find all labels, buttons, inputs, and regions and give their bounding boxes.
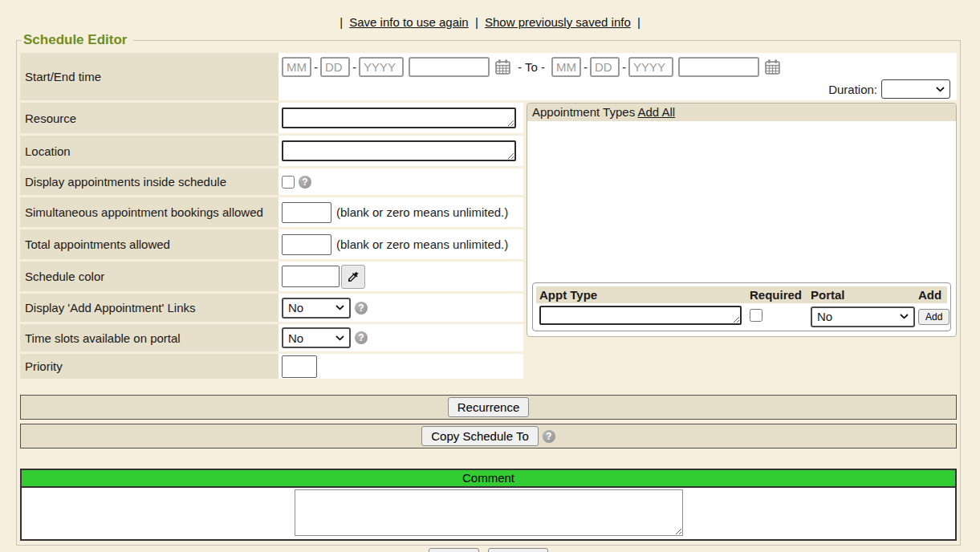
page-title: Schedule Editor: [22, 32, 133, 48]
pipe-separator: |: [475, 15, 478, 29]
location-input[interactable]: [282, 140, 516, 161]
chevron-down-icon: [936, 87, 945, 92]
appointment-types-panel: Appointment Types Add All Appt Type Requ…: [527, 103, 957, 337]
time-slots-portal-label: Time slots available on portal: [20, 324, 279, 351]
copy-schedule-bar: Copy Schedule To ?: [20, 424, 957, 448]
appointment-type-table-header: Appt Type Required Portal Add: [536, 286, 947, 303]
row-priority: Priority: [20, 354, 523, 379]
appointment-type-input-row: No Add: [536, 306, 947, 327]
end-time-input[interactable]: [678, 57, 759, 77]
comment-section: Comment: [20, 469, 957, 541]
start-year-input[interactable]: [359, 57, 404, 77]
comment-textarea[interactable]: [295, 489, 683, 536]
color-picker-button[interactable]: [341, 265, 365, 289]
chevron-down-icon: [900, 314, 909, 319]
help-icon[interactable]: ?: [299, 176, 311, 189]
start-day-input[interactable]: [320, 57, 350, 77]
display-appointments-label: Display appointments inside schedule: [20, 168, 279, 195]
add-column-header: Add: [915, 286, 947, 303]
recurrence-bar: Recurrence: [20, 395, 957, 420]
form-actions: Save Cancel: [20, 548, 957, 552]
appointment-types-header: Appointment Types Add All: [527, 104, 956, 121]
time-slots-portal-select[interactable]: No: [282, 327, 351, 348]
row-total-appointments: Total appointments allowed (blank or zer…: [20, 229, 523, 259]
duration-select[interactable]: [881, 79, 950, 99]
row-simultaneous: Simultaneous appointment bookings allowe…: [20, 197, 523, 227]
duration-row: Duration:: [282, 79, 954, 99]
add-appointment-links-value: No: [288, 301, 303, 315]
simultaneous-input[interactable]: [282, 202, 331, 223]
date-dash: -: [622, 60, 626, 74]
start-month-input[interactable]: [282, 57, 311, 77]
required-column-header: Required: [746, 286, 807, 303]
help-icon[interactable]: ?: [355, 331, 368, 344]
priority-input[interactable]: [282, 355, 317, 378]
end-calendar-icon[interactable]: [764, 59, 781, 75]
simultaneous-hint: (blank or zero means unlimited.): [336, 205, 508, 219]
total-appointments-label: Total appointments allowed: [20, 229, 279, 259]
end-day-input[interactable]: [590, 57, 620, 77]
resource-input[interactable]: [282, 108, 516, 128]
appointment-types-title: Appointment Types: [532, 105, 635, 119]
add-appointment-type-button[interactable]: Add: [918, 309, 950, 325]
start-end-time-controls: - -: [279, 53, 957, 100]
save-button[interactable]: Save: [429, 548, 478, 552]
pipe-separator: |: [340, 15, 343, 29]
show-saved-info-link[interactable]: Show previously saved info: [485, 15, 631, 29]
schedule-color-label: Schedule color: [20, 262, 279, 291]
simultaneous-label: Simultaneous appointment bookings allowe…: [20, 197, 279, 227]
cancel-button[interactable]: Cancel: [488, 548, 548, 552]
middle-section: Resource Location Display appointments i…: [20, 103, 957, 379]
row-time-slots-portal: Time slots available on portal No ?: [20, 324, 523, 351]
add-appointment-links-label: Display 'Add Appointment' Links: [20, 294, 279, 322]
end-month-input[interactable]: [551, 57, 581, 77]
appointment-types-list-area: [527, 121, 956, 278]
saved-info-links: | Save info to use again | Show previous…: [0, 0, 980, 32]
datetime-line: - -: [282, 57, 954, 77]
resource-label: Resource: [20, 103, 279, 133]
calendar-icon: [764, 59, 781, 75]
comment-header: Comment: [22, 470, 955, 488]
help-icon[interactable]: ?: [543, 430, 555, 443]
help-icon[interactable]: ?: [355, 302, 368, 315]
appt-type-input[interactable]: [539, 306, 742, 325]
portal-select[interactable]: No: [811, 306, 915, 327]
portal-column-header: Portal: [807, 286, 915, 303]
row-display-appointments: Display appointments inside schedule ?: [20, 168, 523, 195]
appt-type-column-header: Appt Type: [536, 286, 746, 303]
schedule-color-input[interactable]: [282, 266, 340, 287]
pipe-separator: |: [637, 15, 640, 29]
start-calendar-icon[interactable]: [494, 59, 511, 75]
total-appointments-input[interactable]: [282, 234, 331, 255]
add-all-link[interactable]: Add All: [637, 105, 675, 119]
portal-select-value: No: [817, 310, 832, 323]
time-slots-portal-value: No: [288, 331, 303, 345]
start-time-input[interactable]: [409, 57, 490, 77]
to-separator: - To -: [518, 60, 545, 74]
row-add-appointment-links: Display 'Add Appointment' Links No ?: [20, 294, 523, 322]
end-year-input[interactable]: [628, 57, 673, 77]
priority-label: Priority: [20, 354, 279, 379]
calendar-icon: [494, 59, 511, 75]
chevron-down-icon: [335, 335, 344, 341]
row-start-end-time: Start/End time - -: [20, 53, 957, 100]
right-panel-column: Appointment Types Add All Appt Type Requ…: [527, 103, 957, 337]
start-end-time-label: Start/End time: [20, 53, 279, 100]
date-dash: -: [352, 60, 356, 74]
display-appointments-checkbox[interactable]: [282, 176, 295, 189]
row-schedule-color: Schedule color: [20, 262, 523, 291]
left-form-column: Resource Location Display appointments i…: [20, 103, 523, 379]
total-appointments-hint: (blank or zero means unlimited.): [336, 237, 508, 251]
copy-schedule-to-button[interactable]: Copy Schedule To: [421, 426, 538, 446]
row-location: Location: [20, 136, 523, 166]
date-dash: -: [584, 60, 588, 74]
chevron-down-icon: [335, 305, 344, 310]
required-checkbox[interactable]: [750, 309, 762, 322]
date-dash: -: [314, 60, 318, 74]
comment-body: [22, 488, 955, 539]
recurrence-button[interactable]: Recurrence: [448, 397, 530, 417]
add-appointment-links-select[interactable]: No: [282, 298, 351, 319]
appointment-type-add-box: Appt Type Required Portal Add: [532, 282, 951, 331]
save-info-link[interactable]: Save info to use again: [349, 15, 468, 29]
row-resource: Resource: [20, 103, 523, 133]
